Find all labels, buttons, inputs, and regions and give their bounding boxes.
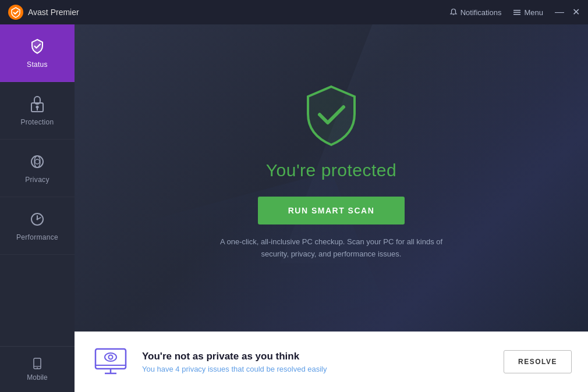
sidebar-item-mobile[interactable]: Mobile [0,347,75,392]
avast-logo-icon [8,5,23,20]
window-controls: — ✕ [555,8,580,17]
sidebar-item-performance[interactable]: Performance [0,197,75,255]
svg-point-12 [37,219,38,220]
main-content: You're protected RUN SMART SCAN A one-cl… [75,24,588,392]
sidebar-item-privacy[interactable]: Privacy [0,140,75,197]
svg-rect-2 [513,12,520,13]
app-body: Status Protection [0,24,588,392]
privacy-icon [28,152,47,171]
minimize-button[interactable]: — [555,8,564,17]
privacy-banner-text: You're not as private as you think You h… [142,351,492,373]
svg-rect-1 [513,10,520,11]
status-area: You're protected RUN SMART SCAN A one-cl… [75,24,588,332]
svg-point-8 [31,156,43,168]
sidebar-bottom: Mobile [0,346,75,392]
close-button[interactable]: ✕ [572,8,580,17]
app-title: Avast Premier [28,8,79,17]
menu-icon [513,8,521,16]
sidebar-protection-label: Protection [20,118,54,126]
performance-icon [28,210,47,229]
sidebar-performance-label: Performance [16,233,58,241]
menu-button[interactable]: Menu [513,8,543,17]
title-bar-left: Avast Premier [8,5,79,20]
sidebar-status-label: Status [27,60,48,69]
mobile-icon [31,357,44,370]
sidebar-privacy-label: Privacy [25,176,49,184]
title-bar: Avast Premier Notifications Menu — ✕ [0,0,588,24]
protection-icon [28,95,47,113]
notifications-button[interactable]: Notifications [449,8,502,17]
svg-point-15 [37,368,38,369]
svg-point-21 [109,355,113,359]
scan-description: A one-click, all-inclusive PC checkup. S… [209,236,454,261]
privacy-banner-subtitle: You have 4 privacy issues that could be … [142,365,492,373]
sidebar-item-status[interactable]: Status [0,24,75,82]
resolve-button[interactable]: RESOLVE [504,350,572,373]
privacy-banner-title: You're not as private as you think [142,351,492,362]
sidebar-item-protection[interactable]: Protection [0,82,75,140]
privacy-banner-icon [91,342,130,382]
svg-rect-13 [34,358,41,369]
shield-protected-icon [302,84,360,148]
bell-icon [449,8,458,16]
sidebar: Status Protection [0,24,75,392]
status-icon [28,37,47,56]
protected-text: You're protected [266,161,396,180]
sidebar-mobile-label: Mobile [27,373,47,382]
privacy-banner: You're not as private as you think You h… [75,332,588,392]
svg-point-20 [105,353,116,361]
svg-point-10 [35,159,40,164]
title-bar-right: Notifications Menu — ✕ [449,8,580,17]
run-smart-scan-button[interactable]: RUN SMART SCAN [258,197,405,224]
svg-point-6 [36,106,39,109]
svg-rect-3 [513,14,520,15]
